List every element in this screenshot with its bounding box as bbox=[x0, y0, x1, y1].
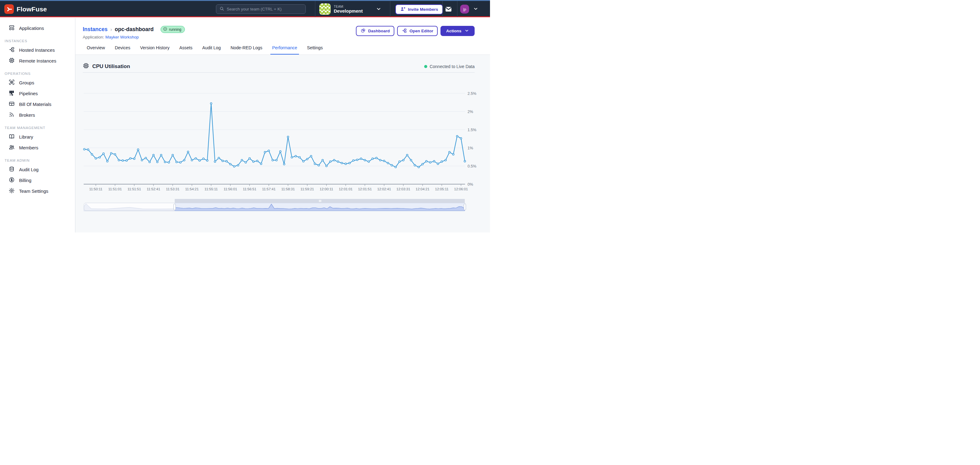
sidebar-item-applications[interactable]: Applications bbox=[0, 23, 75, 34]
tab-assets[interactable]: Assets bbox=[178, 45, 194, 55]
data-point-marker bbox=[306, 158, 308, 160]
open-editor-button[interactable]: Open Editor bbox=[397, 26, 438, 36]
data-point-marker bbox=[464, 160, 466, 162]
data-point-marker bbox=[83, 149, 85, 150]
data-point-marker bbox=[149, 161, 150, 163]
team-search[interactable] bbox=[216, 4, 306, 14]
team-chevron-down-icon[interactable] bbox=[376, 6, 382, 13]
dashboard-button[interactable]: Dashboard bbox=[356, 26, 395, 36]
data-point-marker bbox=[264, 151, 266, 153]
x-axis-label: 11:57:41 bbox=[262, 187, 275, 191]
data-point-marker bbox=[226, 160, 228, 162]
team-label: TEAM: bbox=[334, 5, 363, 8]
notifications-mail-icon[interactable] bbox=[445, 6, 452, 14]
brush-selection-drag-bar[interactable] bbox=[175, 199, 465, 203]
x-axis-label: 11:51:51 bbox=[128, 187, 141, 191]
data-point-marker bbox=[126, 160, 127, 161]
sidebar-item-team-settings[interactable]: Team Settings bbox=[0, 186, 75, 197]
x-axis-label: 11:54:21 bbox=[185, 187, 199, 191]
x-axis-label: 12:05:11 bbox=[435, 187, 449, 191]
applications-icon bbox=[9, 25, 15, 32]
data-point-marker bbox=[395, 166, 396, 168]
sidebar-item-billing[interactable]: Billing bbox=[0, 175, 75, 186]
node-red-flow-icon bbox=[402, 28, 407, 34]
cpu-series-line bbox=[84, 104, 465, 167]
tab-audit-log[interactable]: Audit Log bbox=[200, 45, 223, 55]
invite-members-button[interactable]: Invite Members bbox=[395, 4, 443, 14]
brush-left-handle[interactable] bbox=[174, 204, 176, 210]
application-label: Application: bbox=[83, 35, 104, 40]
tab-overview[interactable]: Overview bbox=[85, 45, 107, 55]
data-point-marker bbox=[318, 165, 320, 166]
data-point-marker bbox=[457, 136, 458, 137]
user-avatar[interactable]: jp bbox=[460, 5, 469, 14]
breadcrumb-instances-link[interactable]: Instances bbox=[83, 26, 108, 33]
application-link[interactable]: Mayker Workshop bbox=[105, 35, 139, 40]
data-point-marker bbox=[280, 150, 281, 152]
tab-settings[interactable]: Settings bbox=[305, 45, 325, 55]
tab-version-history[interactable]: Version History bbox=[138, 45, 171, 55]
data-point-marker bbox=[91, 153, 92, 155]
invite-members-label: Invite Members bbox=[408, 7, 438, 12]
x-axis-label: 11:50:11 bbox=[89, 187, 102, 191]
data-point-marker bbox=[249, 158, 250, 159]
data-point-marker bbox=[99, 157, 100, 158]
sidebar-item-audit-log[interactable]: Audit Log bbox=[0, 164, 75, 175]
data-point-marker bbox=[314, 163, 316, 165]
chart-section-header: CPU Utilisation Connected to Live Data bbox=[83, 60, 475, 73]
team-settings-icon bbox=[9, 187, 15, 195]
data-point-marker bbox=[95, 158, 97, 159]
audit-log-icon bbox=[9, 166, 15, 173]
tab-node-red-logs[interactable]: Node-RED Logs bbox=[229, 45, 264, 55]
sidebar-item-bill-of-materials[interactable]: Bill Of Materials bbox=[0, 99, 75, 110]
sidebar-item-label: Bill Of Materials bbox=[19, 102, 51, 107]
data-point-marker bbox=[387, 162, 389, 164]
data-point-marker bbox=[391, 165, 393, 166]
members-icon bbox=[9, 144, 15, 151]
brand-name: FlowFuse bbox=[17, 6, 47, 13]
sidebar-item-hosted-instances[interactable]: Hosted Instances bbox=[0, 45, 75, 56]
data-point-marker bbox=[256, 160, 258, 162]
instance-name: opc-dashboard bbox=[115, 26, 153, 33]
team-name: Development bbox=[334, 8, 363, 14]
data-point-marker bbox=[272, 159, 274, 161]
data-point-marker bbox=[291, 157, 293, 158]
data-point-marker bbox=[183, 159, 185, 161]
flowfuse-logo[interactable]: FlowFuse bbox=[4, 1, 47, 17]
data-point-marker bbox=[345, 163, 346, 165]
x-axis-label: 12:02:41 bbox=[377, 187, 391, 191]
sidebar-item-groups[interactable]: Groups bbox=[0, 77, 75, 88]
sidebar-item-remote-instances[interactable]: Remote Instances bbox=[0, 56, 75, 66]
data-point-marker bbox=[137, 149, 139, 150]
data-point-marker bbox=[283, 163, 285, 165]
data-point-marker bbox=[349, 162, 350, 164]
data-point-marker bbox=[326, 165, 327, 166]
brush-right-handle[interactable] bbox=[464, 204, 466, 210]
sidebar-item-label: Applications bbox=[19, 26, 44, 31]
data-point-marker bbox=[287, 136, 289, 137]
sidebar-item-brokers[interactable]: Brokers bbox=[0, 110, 75, 120]
tab-performance[interactable]: Performance bbox=[270, 45, 299, 55]
data-point-marker bbox=[122, 160, 123, 161]
sidebar-item-members[interactable]: Members bbox=[0, 142, 75, 153]
data-point-marker bbox=[430, 162, 431, 163]
open-editor-button-label: Open Editor bbox=[409, 29, 433, 33]
user-menu-chevron-down-icon[interactable] bbox=[473, 6, 478, 13]
sidebar-section-label: INSTANCES bbox=[0, 37, 75, 45]
data-point-marker bbox=[329, 161, 331, 162]
tab-devices[interactable]: Devices bbox=[113, 45, 132, 55]
chart-range-brush[interactable] bbox=[84, 199, 466, 211]
brush-grip-icon bbox=[319, 200, 320, 202]
sidebar-item-library[interactable]: Library bbox=[0, 131, 75, 142]
sidebar-item-label: Hosted Instances bbox=[19, 48, 55, 53]
search-input[interactable] bbox=[227, 7, 302, 11]
data-point-marker bbox=[368, 161, 369, 162]
actions-button[interactable]: Actions bbox=[441, 26, 475, 36]
data-point-marker bbox=[399, 161, 400, 162]
sidebar-section-label: OPERATIONS bbox=[0, 70, 75, 77]
user-initials: jp bbox=[463, 7, 466, 12]
data-point-marker bbox=[129, 158, 131, 159]
team-switcher[interactable]: TEAM: Development bbox=[319, 3, 383, 15]
data-point-marker bbox=[380, 159, 381, 161]
sidebar-item-pipelines[interactable]: Pipelines bbox=[0, 88, 75, 99]
